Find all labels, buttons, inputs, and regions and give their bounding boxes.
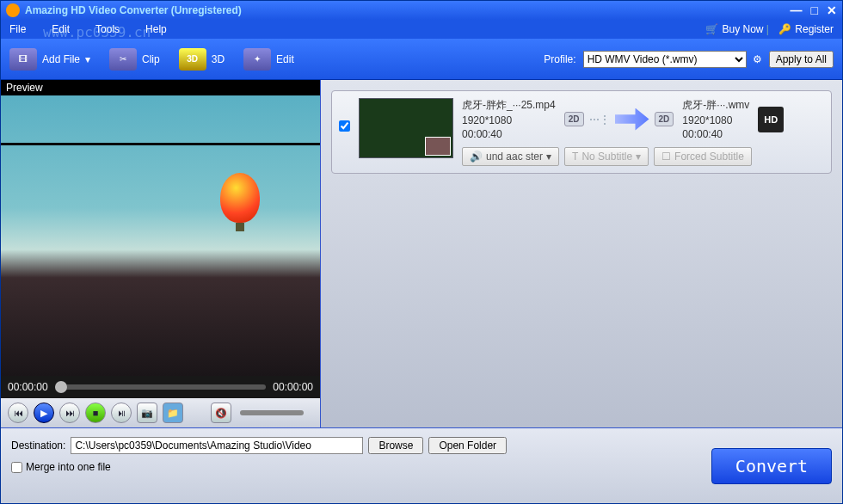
key-icon: 🔑 xyxy=(778,23,791,35)
file-thumbnail xyxy=(359,98,453,158)
3d-button[interactable]: 3D 3D xyxy=(179,48,225,71)
menu-tools[interactable]: Tools xyxy=(95,23,120,35)
chevron-down-icon: ▾ xyxy=(546,151,551,163)
merge-label: Merge into one file xyxy=(26,461,111,473)
browse-button[interactable]: Browse xyxy=(368,437,423,454)
profile-label: Profile: xyxy=(544,53,575,65)
dst-2d-badge: 2D xyxy=(655,112,674,126)
dropdown-icon: ▾ xyxy=(85,53,90,65)
file-checkbox[interactable] xyxy=(339,120,350,132)
snapshot-button[interactable]: 📷 xyxy=(137,403,157,423)
dst-resolution: 1920*1080 xyxy=(682,114,749,126)
src-filename: 虎牙-胖炸_···25.mp4 xyxy=(462,98,556,113)
next-button[interactable]: ⏭ xyxy=(59,403,80,423)
mute-button[interactable]: 🔇 xyxy=(211,403,231,423)
menu-edit[interactable]: Edit xyxy=(52,23,70,35)
wand-icon: ✦ xyxy=(243,48,271,71)
checkbox-icon: ☐ xyxy=(661,151,671,163)
film-icon: 🎞 xyxy=(9,48,37,71)
close-icon[interactable]: ✕ xyxy=(827,3,837,17)
subtitle-button[interactable]: TNo Subtitle▾ xyxy=(564,147,649,166)
time-current: 00:00:00 xyxy=(8,381,48,393)
preview-label: Preview xyxy=(1,80,320,95)
app-icon xyxy=(6,3,20,17)
src-2d-badge: 2D xyxy=(564,112,584,126)
play-button[interactable]: ▶ xyxy=(34,403,54,423)
convert-button[interactable]: Convert xyxy=(711,448,832,484)
profile-select[interactable]: HD WMV Video (*.wmv) xyxy=(583,51,747,68)
audio-track-button[interactable]: 🔊und aac ster▾ xyxy=(462,147,559,166)
text-icon: T xyxy=(572,151,578,163)
speaker-icon: 🔊 xyxy=(470,151,483,163)
dst-duration: 00:00:40 xyxy=(682,128,749,140)
menu-help[interactable]: Help xyxy=(145,23,167,35)
dots-icon: ⋯⋮ xyxy=(589,114,610,126)
file-item: 虎牙-胖炸_···25.mp4 1920*1080 00:00:40 2D ⋯⋮… xyxy=(331,90,832,174)
scissors-icon: ✂ xyxy=(109,48,137,71)
menu-file[interactable]: File xyxy=(9,23,26,35)
maximize-icon[interactable]: □ xyxy=(811,3,818,17)
prev-button[interactable]: ⏮ xyxy=(8,403,28,423)
clip-button[interactable]: ✂ Clip xyxy=(109,48,160,71)
src-resolution: 1920*1080 xyxy=(462,114,556,126)
volume-slider[interactable] xyxy=(240,410,304,415)
settings-icon[interactable]: ⚙ xyxy=(750,52,766,67)
buy-now-link[interactable]: 🛒Buy Now xyxy=(705,23,763,35)
time-total: 00:00:00 xyxy=(273,381,313,393)
src-duration: 00:00:40 xyxy=(462,128,556,140)
destination-input[interactable] xyxy=(71,437,363,454)
balloon-image xyxy=(220,173,260,223)
add-file-button[interactable]: 🎞 Add File ▾ xyxy=(9,48,90,71)
arrow-icon xyxy=(615,108,649,131)
seek-slider[interactable] xyxy=(55,384,267,390)
step-button[interactable]: ⏯ xyxy=(111,403,132,423)
destination-label: Destination: xyxy=(11,439,65,452)
forced-subtitle-toggle[interactable]: ☐Forced Subtitle xyxy=(654,147,752,166)
register-link[interactable]: 🔑Register xyxy=(778,23,834,35)
3d-icon: 3D xyxy=(179,48,206,71)
chevron-down-icon: ▾ xyxy=(636,151,641,163)
edit-button[interactable]: ✦ Edit xyxy=(243,48,294,71)
open-folder-button[interactable]: Open Folder xyxy=(428,437,507,454)
dst-filename: 虎牙-胖···.wmv xyxy=(682,98,749,113)
stop-button[interactable]: ■ xyxy=(85,403,106,423)
hd-badge: HD xyxy=(758,107,784,132)
folder-button[interactable]: 📁 xyxy=(163,403,183,423)
minimize-icon[interactable]: — xyxy=(791,3,803,17)
preview-video xyxy=(1,95,320,376)
window-title: Amazing HD Video Converter (Unregistered… xyxy=(25,4,791,16)
cart-icon: 🛒 xyxy=(705,23,718,35)
merge-checkbox[interactable] xyxy=(11,462,22,473)
apply-all-button[interactable]: Apply to All xyxy=(769,51,834,68)
